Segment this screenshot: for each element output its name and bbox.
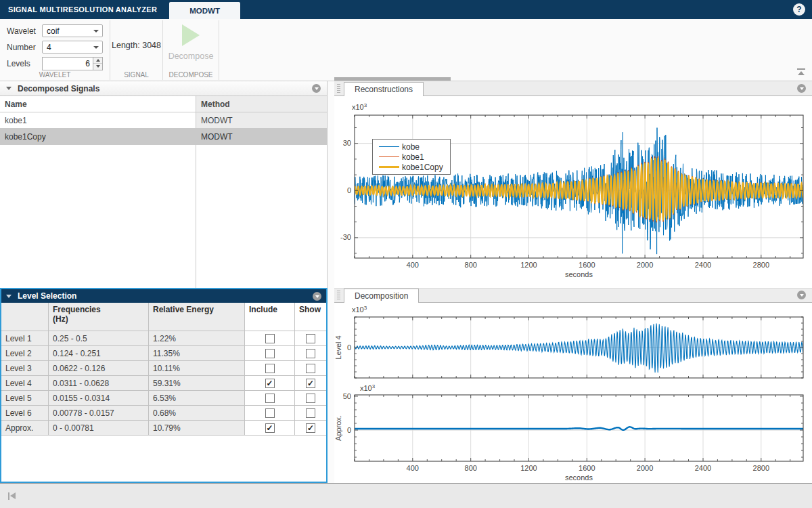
spinner-down-button[interactable] xyxy=(93,64,102,70)
show-checkbox[interactable] xyxy=(306,408,315,418)
include-checkbox[interactable]: ✓ xyxy=(265,423,275,433)
include-checkbox[interactable]: ✓ xyxy=(265,379,275,388)
panel-drag-handle[interactable] xyxy=(334,77,451,81)
level-label-cell: Level 3 xyxy=(1,361,49,375)
include-cell: ✓ xyxy=(245,376,295,390)
section-label-signal: SIGNAL xyxy=(110,71,162,79)
svg-text:1200: 1200 xyxy=(520,464,537,472)
table-row[interactable]: Level 40.0311 - 0.062859.31%✓✓ xyxy=(1,376,326,391)
reconstructions-plot: 40080012001600200024002800300-30secondsx… xyxy=(334,96,812,288)
table-row[interactable]: Level 30.0622 - 0.12610.11% xyxy=(1,361,326,376)
include-checkbox[interactable] xyxy=(265,408,275,418)
frequencies-cell: 0.25 - 0.5 xyxy=(49,331,149,345)
section-divider xyxy=(219,20,219,80)
energy-cell: 10.79% xyxy=(149,421,245,435)
include-cell xyxy=(245,361,295,375)
show-checkbox[interactable] xyxy=(306,334,315,343)
panel-menu-icon[interactable] xyxy=(313,292,321,301)
approx-chart: 40080012001600200024002800050secondsAppr… xyxy=(334,381,812,483)
chevron-down-icon xyxy=(93,30,99,33)
show-checkbox[interactable] xyxy=(306,364,315,373)
svg-text:30: 30 xyxy=(343,139,351,147)
svg-text:1600: 1600 xyxy=(579,261,595,269)
show-checkbox[interactable] xyxy=(306,394,315,403)
panel-grip-icon[interactable] xyxy=(337,291,340,300)
levels-value[interactable]: 6 xyxy=(43,58,93,70)
column-header-include[interactable]: Include xyxy=(245,303,295,331)
column-header-energy[interactable]: Relative Energy xyxy=(149,303,245,331)
tab-decomposition[interactable]: Decomposition xyxy=(344,289,419,303)
approx-plot: 40080012001600200024002800050secondsAppr… xyxy=(334,381,812,483)
wavelet-label: Wavelet xyxy=(7,26,42,36)
levels-spinner[interactable]: 6 xyxy=(42,57,103,70)
table-filler xyxy=(1,436,326,482)
level-label-cell: Level 4 xyxy=(1,376,49,390)
ds-rows: kobe1MODWTkobe1CopyMODWT xyxy=(0,112,327,145)
level-selection-panel: Level Selection Frequencies(Hz) Relative… xyxy=(0,288,328,483)
reconstructions-chart: 40080012001600200024002800300-30secondsx… xyxy=(334,96,812,288)
table-row[interactable]: Level 20.124 - 0.25111.35% xyxy=(1,346,326,361)
include-checkbox[interactable] xyxy=(265,394,275,403)
tab-reconstructions[interactable]: Reconstructions xyxy=(344,82,424,96)
column-header-name[interactable]: Name xyxy=(0,96,196,112)
section-label-decompose: DECOMPOSE xyxy=(163,71,219,79)
table-filler xyxy=(0,145,327,288)
table-row[interactable]: Level 50.0155 - 0.03146.53% xyxy=(1,391,326,406)
spinner-up-button[interactable] xyxy=(93,58,102,64)
table-row[interactable]: Approx.0 - 0.0078110.79%✓✓ xyxy=(1,421,326,436)
collapse-toolstrip-button[interactable] xyxy=(797,68,805,75)
table-row[interactable]: kobe1MODWT xyxy=(0,112,327,129)
right-column: Reconstructions 400800120016002000240028… xyxy=(334,81,812,483)
decomposed-signals-panel: Decomposed Signals Name Method kobe1MODW… xyxy=(0,81,328,288)
include-cell xyxy=(245,406,295,420)
show-checkbox[interactable]: ✓ xyxy=(306,423,315,433)
tab-app-title[interactable]: SIGNAL MULTIRESOLUTION ANALYZER xyxy=(0,5,164,19)
column-header-frequencies[interactable]: Frequencies(Hz) xyxy=(49,303,149,331)
table-row[interactable]: Level 60.00778 - 0.01570.68% xyxy=(1,406,326,421)
column-header-show[interactable]: Show xyxy=(295,303,326,331)
svg-text:800: 800 xyxy=(465,261,477,269)
svg-text:0: 0 xyxy=(347,186,351,194)
legend-entry: kobe1 xyxy=(379,152,443,162)
help-icon[interactable]: ? xyxy=(793,3,805,16)
svg-text:x103: x103 xyxy=(352,305,367,314)
decompose-button[interactable]: Decompose xyxy=(168,24,214,61)
signal-method-cell: MODWT xyxy=(196,112,327,128)
panel-menu-icon[interactable] xyxy=(312,84,321,93)
panel-grip-icon[interactable] xyxy=(337,84,340,93)
include-checkbox[interactable] xyxy=(265,364,275,373)
decomposed-signals-header[interactable]: Decomposed Signals xyxy=(0,81,327,96)
panel-menu-icon[interactable] xyxy=(797,291,806,299)
number-value: 4 xyxy=(47,43,51,52)
triangle-down-icon xyxy=(96,65,100,68)
show-checkbox[interactable] xyxy=(306,349,315,358)
level-selection-header[interactable]: Level Selection xyxy=(1,289,326,303)
ls-rows: Level 10.25 - 0.51.22%Level 20.124 - 0.2… xyxy=(1,331,326,436)
number-dropdown[interactable]: 4 xyxy=(42,41,103,54)
frequencies-cell: 0.124 - 0.251 xyxy=(49,346,149,360)
svg-text:0: 0 xyxy=(347,343,351,352)
level-label-cell: Approx. xyxy=(1,421,49,435)
frequencies-cell: 0.00778 - 0.0157 xyxy=(49,406,149,420)
column-splitter[interactable] xyxy=(328,81,334,483)
statusbar xyxy=(0,483,812,508)
collapse-left-panel-icon[interactable] xyxy=(8,492,16,500)
wavelet-dropdown[interactable]: coif xyxy=(42,24,103,37)
table-row[interactable]: kobe1CopyMODWT xyxy=(0,129,327,145)
level-label-cell: Level 6 xyxy=(1,406,49,420)
triangle-up-icon xyxy=(96,59,100,62)
include-checkbox[interactable] xyxy=(265,334,275,343)
chart-legend[interactable]: kobekobe1kobe1Copy xyxy=(372,139,451,175)
column-header-method[interactable]: Method xyxy=(196,96,327,112)
tab-modwt[interactable]: MODWT xyxy=(169,2,240,19)
chevron-down-icon xyxy=(93,46,99,49)
svg-text:seconds: seconds xyxy=(565,270,593,278)
show-cell xyxy=(295,391,326,405)
svg-text:2800: 2800 xyxy=(753,261,769,269)
table-row[interactable]: Level 10.25 - 0.51.22% xyxy=(1,331,326,346)
show-cell xyxy=(295,346,326,360)
svg-text:x103: x103 xyxy=(360,383,376,392)
include-checkbox[interactable] xyxy=(265,349,275,358)
panel-menu-icon[interactable] xyxy=(797,84,806,93)
show-checkbox[interactable]: ✓ xyxy=(306,379,315,388)
